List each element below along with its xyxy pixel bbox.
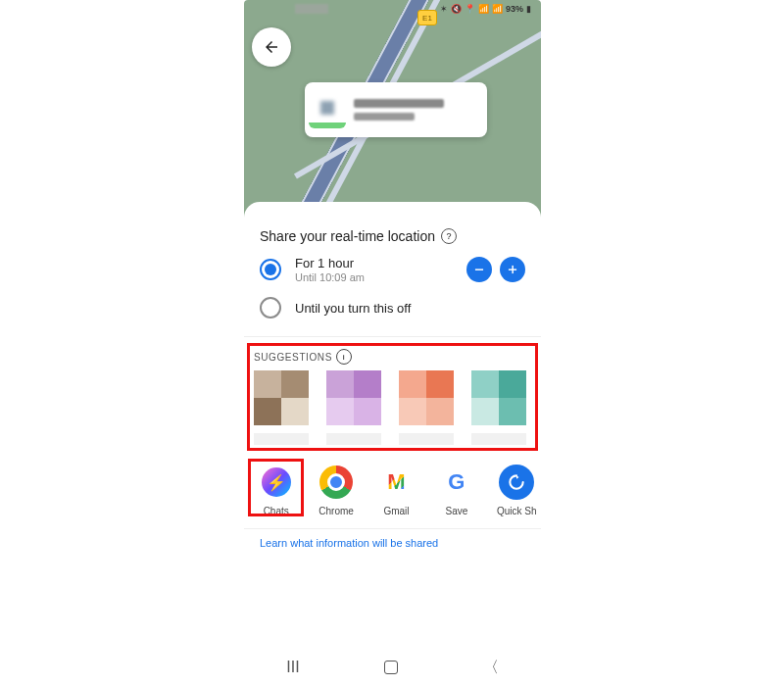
gmail-icon: M: [379, 465, 415, 500]
increase-button[interactable]: [500, 257, 525, 282]
app-quick-share[interactable]: Quick Sh: [495, 465, 539, 516]
app-chrome[interactable]: Chrome: [314, 465, 358, 516]
sheet-curve: [244, 202, 541, 220]
battery-icon: ▮: [526, 4, 531, 14]
minus-icon: [472, 263, 486, 276]
phone-frame: E1 ✶ 🔇 📍 📶 📶 93% ▮ Share your r: [244, 0, 541, 686]
help-icon[interactable]: ?: [441, 228, 457, 244]
app-label: Gmail: [383, 506, 409, 516]
quickshare-icon: [499, 465, 534, 500]
option-label: Until you turn this off: [295, 301, 525, 316]
share-apps-row: ⚡ Chats Chrome M Gmail G Save Quick Sh: [244, 457, 541, 522]
app-chats[interactable]: ⚡ Chats: [254, 465, 298, 516]
svg-rect-2: [512, 266, 513, 273]
share-title: Share your real-time location: [260, 228, 435, 244]
decrease-button[interactable]: [466, 257, 492, 282]
option-for-duration[interactable]: For 1 hour Until 10:09 am: [260, 256, 525, 283]
location-icon: 📍: [465, 4, 475, 14]
learn-link[interactable]: Learn what information will be shared: [244, 528, 541, 551]
back-arrow-icon: [263, 38, 280, 56]
back-button[interactable]: [252, 27, 291, 67]
app-label: Chrome: [318, 506, 354, 516]
map-view[interactable]: E1 ✶ 🔇 📍 📶 📶 93% ▮: [244, 0, 541, 220]
app-label: Save: [446, 506, 468, 516]
option-until-off[interactable]: Until you turn this off: [260, 297, 525, 318]
mute-icon: 🔇: [451, 4, 462, 14]
battery-text: 93%: [506, 4, 523, 14]
system-nav-bar: III 〈: [244, 655, 541, 680]
radio-selected[interactable]: [260, 259, 281, 280]
divider: [244, 336, 541, 337]
annotation-box: [248, 459, 304, 516]
map-route-badge: E1: [417, 10, 437, 25]
card-title-blur: [354, 99, 444, 108]
wifi-icon: 📶: [478, 4, 489, 14]
option-label: For 1 hour: [295, 256, 459, 270]
google-icon: G: [439, 465, 474, 500]
option-sub: Until 10:09 am: [295, 271, 459, 283]
vibrate-icon: ✶: [440, 4, 448, 14]
status-blur: [295, 4, 328, 14]
status-bar: ✶ 🔇 📍 📶 📶 93% ▮: [440, 4, 531, 14]
chrome-icon: [319, 466, 353, 499]
signal-icon: 📶: [492, 4, 503, 14]
suggestions-section: SUGGESTIONS i: [244, 343, 541, 451]
card-subtitle-blur: [354, 113, 415, 121]
back-nav-button[interactable]: 〈: [483, 658, 499, 678]
share-section: Share your real-time location ? For 1 ho…: [244, 220, 541, 328]
plus-icon: [506, 263, 519, 276]
location-info-card[interactable]: [305, 82, 487, 137]
app-save[interactable]: G Save: [434, 465, 478, 516]
svg-rect-0: [475, 269, 483, 270]
app-gmail[interactable]: M Gmail: [374, 465, 418, 516]
home-button[interactable]: [384, 661, 398, 674]
app-label: Quick Sh: [497, 506, 537, 516]
card-thumbnail: [309, 91, 346, 128]
radio-unselected[interactable]: [260, 297, 281, 318]
recents-button[interactable]: III: [286, 659, 299, 676]
